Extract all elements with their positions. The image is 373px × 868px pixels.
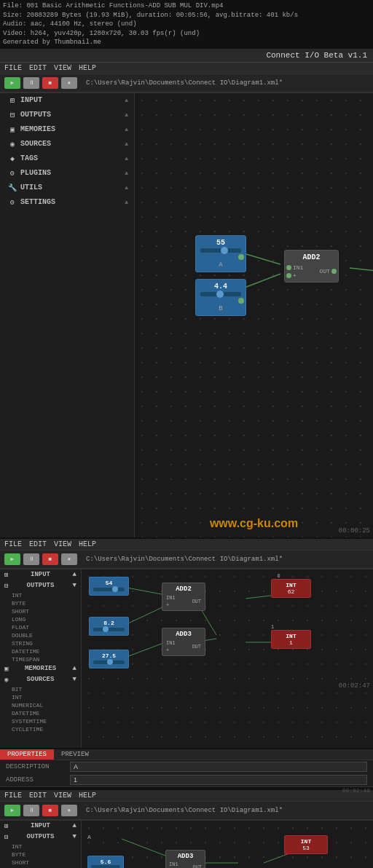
menu3-edit[interactable]: EDIT xyxy=(29,792,47,800)
node-int62-top: 0 xyxy=(271,573,286,579)
s2-tree-short[interactable]: SHORT xyxy=(0,607,81,615)
sidebar-item-plugins[interactable]: ⚙ PLUGINS ▲ xyxy=(0,166,134,181)
node2-add3[interactable]: ADD3 IN1 + OUT xyxy=(162,628,205,656)
s2-tree-int[interactable]: INT xyxy=(0,591,81,599)
s2-tree-time[interactable]: TIMESPAN xyxy=(0,655,81,663)
sidebar-item-input[interactable]: ⊞ INPUT ▲ xyxy=(0,93,134,108)
menu-file[interactable]: FILE xyxy=(4,64,22,72)
node-55-slider[interactable] xyxy=(200,248,241,253)
menu-view[interactable]: VIEW xyxy=(54,64,71,72)
node-54[interactable]: 54 xyxy=(89,577,129,596)
s2-tree-byte[interactable]: BYTE xyxy=(0,599,81,607)
node-int62[interactable]: INT 62 xyxy=(271,579,311,598)
s2-src-systemtime[interactable]: SYSTEMTIME xyxy=(0,717,81,725)
node-82[interactable]: 8.2 xyxy=(89,617,129,636)
node3-add3[interactable]: ADD3 IN1 + OUT xyxy=(165,850,205,868)
node3-a-label: A xyxy=(87,834,91,840)
stop-button-3[interactable]: ■ xyxy=(42,805,58,816)
sidebar-item-outputs[interactable]: ⊟ OUTPUTS ▲ xyxy=(0,108,134,122)
props-addr-input-2[interactable] xyxy=(70,775,367,785)
node-82-slider[interactable] xyxy=(93,628,125,631)
node3-56-slider[interactable] xyxy=(91,865,120,868)
outputs-icon: ⊟ xyxy=(7,110,17,120)
s2-sources-header[interactable]: ◉ SOURCES ▼ xyxy=(0,674,81,685)
file-path-2: C:\Users\Rajvin\Documents\Connect IO\Dia… xyxy=(86,556,369,563)
node-44[interactable]: 4.4 B xyxy=(195,279,246,316)
s2-tree-float[interactable]: FLOAT xyxy=(0,623,81,631)
props-desc-input-2[interactable] xyxy=(70,762,367,772)
node-44-slider[interactable] xyxy=(200,292,241,296)
input-arrow: ▲ xyxy=(125,97,128,103)
menu-edit[interactable]: EDIT xyxy=(29,64,47,72)
sources-arrow: ▲ xyxy=(125,141,128,147)
s3-out-byte[interactable]: BYTE xyxy=(0,851,81,859)
node3-56-val: 5.6 xyxy=(91,859,120,865)
play-button-2[interactable]: ▶ xyxy=(4,553,20,565)
play-button[interactable]: ▶ xyxy=(4,77,20,89)
record-button-2[interactable]: ● xyxy=(61,553,77,565)
record-button-3[interactable]: ● xyxy=(61,805,77,816)
s3-out-short[interactable]: SHORT xyxy=(0,859,81,867)
stop-button-2[interactable]: ■ xyxy=(42,553,58,565)
node-275[interactable]: 27.5 xyxy=(89,650,129,668)
sidebar-item-sources[interactable]: ◉ SOURCES ▲ xyxy=(0,137,134,151)
s2-input-label: INPUT xyxy=(31,571,50,578)
node-275-slider[interactable] xyxy=(93,660,125,664)
pause-button-3[interactable]: ⏸ xyxy=(23,805,39,816)
s2-tree-datetime[interactable]: DATETIME xyxy=(0,647,81,655)
panel-1: ⊞ INPUT ▲ ⊟ OUTPUTS ▲ ▣ MEMORIES ▲ ◉ SOU… xyxy=(0,93,373,537)
node-44-label: B xyxy=(200,305,241,312)
node3-56[interactable]: 5.6 xyxy=(87,856,124,868)
s3-outputs-header[interactable]: ⊟ OUTPUTS ▼ xyxy=(0,832,81,843)
menu3-file[interactable]: FILE xyxy=(4,792,22,800)
s3-out-int[interactable]: INT xyxy=(0,843,81,851)
top-info-bar: File: 001 Basic Arithmetic Functions-ADD… xyxy=(0,0,373,49)
sidebar-item-settings[interactable]: ⚙ SETTINGS ▲ xyxy=(0,195,134,210)
node-int1[interactable]: INT 1 xyxy=(271,630,311,649)
record-button[interactable]: ● xyxy=(61,77,77,89)
node-55[interactable]: 55 A xyxy=(195,235,246,272)
tags-icon: ◆ xyxy=(7,154,17,164)
s2-src-int[interactable]: INT xyxy=(0,693,81,701)
menu3-view[interactable]: VIEW xyxy=(54,792,71,800)
node3-int53-title: INT xyxy=(288,838,323,845)
node-54-slider[interactable] xyxy=(93,588,125,591)
file-path-1: C:\Users\Rajvin\Documents\Connect IO\Dia… xyxy=(86,79,369,87)
menu2-file[interactable]: FILE xyxy=(4,540,22,548)
sidebar-item-tags[interactable]: ◆ TAGS ▲ xyxy=(0,151,134,166)
node-add2[interactable]: ADD2 IN1 + OUT xyxy=(284,250,339,283)
s2-src-datetime[interactable]: DATETIME xyxy=(0,709,81,717)
s2-tree-string[interactable]: STRING xyxy=(0,639,81,647)
menu2-view[interactable]: VIEW xyxy=(54,540,71,548)
props-tab-properties-2[interactable]: PROPERTIES xyxy=(0,749,54,760)
menu2-help[interactable]: HELP xyxy=(79,540,96,548)
node-82-val: 8.2 xyxy=(93,620,125,626)
pause-button-2[interactable]: ⏸ xyxy=(23,553,39,565)
menu2-edit[interactable]: EDIT xyxy=(29,540,47,548)
node3-int53[interactable]: INT 53 xyxy=(284,835,328,854)
sidebar-item-utils[interactable]: 🔧 UTILS ▲ xyxy=(0,181,134,195)
node-275-val: 27.5 xyxy=(93,652,125,659)
s2-src-cycletime[interactable]: CYCLETIME xyxy=(0,725,81,733)
menu-help[interactable]: HELP xyxy=(79,64,96,72)
node3-int53-val: 53 xyxy=(288,845,323,851)
pause-button[interactable]: ⏸ xyxy=(23,77,39,89)
menu3-help[interactable]: HELP xyxy=(79,792,96,800)
stop-button[interactable]: ■ xyxy=(42,77,58,89)
s2-outputs-header[interactable]: ⊟ OUTPUTS ▼ xyxy=(0,580,81,591)
s2-memories-arrow: ▲ xyxy=(73,665,76,672)
svg-line-3 xyxy=(127,588,165,595)
node2-add2[interactable]: ADD2 IN1 + OUT xyxy=(162,583,205,611)
s2-tree-long[interactable]: LONG xyxy=(0,615,81,623)
info-line3: Audio: aac, 44100 Hz, stereo (und) xyxy=(3,20,370,29)
props-tab-preview-2[interactable]: PREVIEW xyxy=(54,749,96,760)
s2-memories-header[interactable]: ▣ MEMORIES ▲ xyxy=(0,663,81,674)
s2-input-header[interactable]: ⊞ INPUT ▲ xyxy=(0,569,81,580)
s3-input-header[interactable]: ⊞ INPUT ▲ xyxy=(0,821,81,832)
s2-sources-arrow: ▼ xyxy=(73,676,76,683)
sidebar-item-memories[interactable]: ▣ MEMORIES ▲ xyxy=(0,122,134,137)
s2-tree-double[interactable]: DOUBLE xyxy=(0,631,81,639)
s2-src-numerical[interactable]: NUMERICAL xyxy=(0,701,81,709)
play-button-3[interactable]: ▶ xyxy=(4,805,20,816)
s2-src-bit[interactable]: BIT xyxy=(0,685,81,693)
